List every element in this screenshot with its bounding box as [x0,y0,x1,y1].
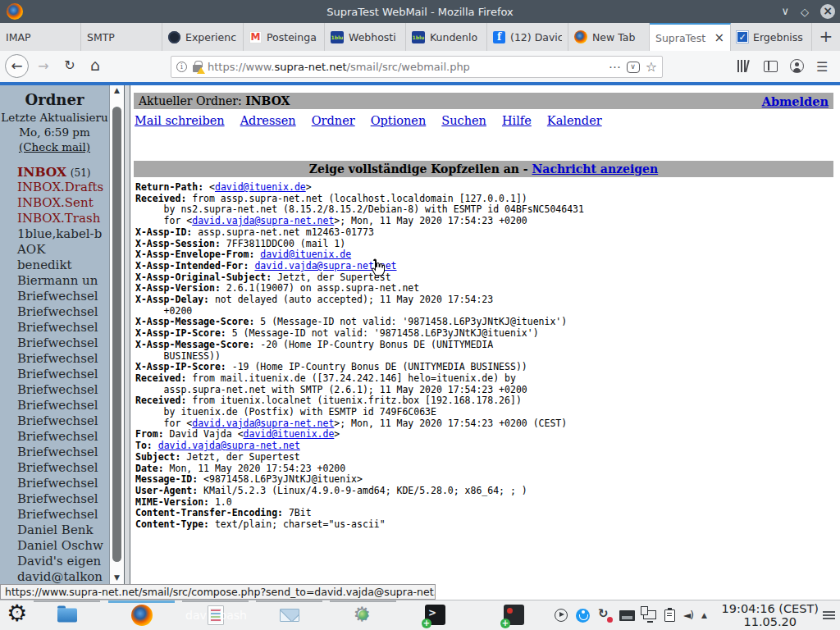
account-icon[interactable] [790,59,804,73]
folder-link[interactable]: Briefwechsel [17,304,98,319]
volume-icon[interactable]: ◄) [683,609,693,621]
folder-link[interactable]: Briefwechsel [17,351,98,366]
folder-link[interactable]: INBOX [17,164,66,180]
folder-link[interactable]: Daniel Oschw [17,538,103,553]
folder-link[interactable]: benedikt [17,258,72,272]
folder-link[interactable]: Briefwechsel [17,429,98,444]
tab-experienc[interactable]: Experienc [162,23,244,51]
folder-link[interactable]: Daniel Benk [17,523,94,537]
folder-link[interactable]: 1blue,kabel-b [17,226,102,241]
nav-link-kalender[interactable]: Kalender [547,114,602,127]
tab-webhosti[interactable]: 1bluWebhosti [325,23,406,51]
folder-link[interactable]: Briefwechsel [17,445,98,459]
folder-link[interactable]: Briefwechsel [17,507,98,522]
task-firefox[interactable] [105,600,178,630]
header-text [153,440,158,451]
reload-button[interactable]: ↻ [61,57,79,73]
updates-icon[interactable] [598,609,611,622]
window-titlebar[interactable]: SupraTest WebMail - Mozilla Firefox ∨ ◇ … [0,0,840,23]
tab-new-tab[interactable]: New Tab [568,23,650,51]
folder-link[interactable]: Briefwechsel [17,476,98,491]
new-tab-button[interactable]: + [812,23,840,51]
sidebar-scrollbar[interactable]: ▲ ▼ [109,85,124,600]
tab-smtp[interactable]: SMTP [81,23,162,51]
task-kmail[interactable] [253,600,326,630]
url-bar[interactable]: i https://www.supra-net.net/smail/src/we… [171,56,663,78]
insecure-lock-warning-icon[interactable] [193,65,202,72]
folder-link[interactable]: Briefwechsel [17,460,98,475]
kate-launcher-icon[interactable]: + [504,605,524,625]
page-actions-icon[interactable]: ⋯ [609,60,621,75]
folder-link[interactable]: Biermann un [17,273,98,288]
folder-link[interactable]: david@talkon [17,569,103,584]
network-icon[interactable] [643,610,656,619]
email-address-link[interactable]: david@ituenix.de [215,181,306,193]
konsole-launcher-icon[interactable]: >+ [425,605,445,625]
folder-link[interactable]: David's eigen [17,554,101,568]
folder-link[interactable]: Briefwechsel [17,413,98,428]
nav-link-hilfe[interactable]: Hilfe [502,114,532,127]
tab--12-davic[interactable]: f(12) Davic [487,23,568,51]
tab-imap[interactable]: IMAP [0,23,81,51]
nav-link-optionen[interactable]: Optionen [371,114,427,127]
bookmark-star-icon[interactable]: ☆ [646,62,657,73]
library-icon[interactable] [737,60,750,73]
page-info-icon[interactable]: i [176,62,187,72]
logout-link[interactable]: Abmelden [762,94,829,108]
task-file-manager[interactable] [30,600,103,630]
folder-link[interactable]: Briefwechsel [17,367,98,381]
minimize-button[interactable]: ∨ [781,0,789,23]
scroll-up-arrow-icon[interactable]: ▲ [110,86,124,94]
email-address-link[interactable]: david.vajda@supra-net.net [158,440,300,451]
maximize-button[interactable]: ◇ [801,6,809,18]
email-address-link[interactable]: david@ituenix.de [244,428,335,440]
folder-link[interactable]: Briefwechsel [17,398,98,413]
header-text: -19 (Home IP-Country Bonus DE (UNITYMEDI… [226,361,527,372]
back-button[interactable]: ← [5,54,29,78]
tab-posteinga[interactable]: MPosteinga [244,23,325,51]
url-text[interactable]: https://www.supra-net.net/smail/src/webm… [208,61,603,73]
home-button[interactable]: ⌂ [85,56,105,74]
nav-link-ordner[interactable]: Ordner [312,114,355,127]
folder-link[interactable]: AOK [17,242,45,257]
pocket-icon[interactable]: ∨ [627,62,640,73]
folder-link[interactable]: Briefwechsel [17,336,98,350]
nav-link-adressen[interactable]: Adressen [240,114,296,127]
folder-link[interactable]: Briefwechsel [17,382,98,397]
display-icon[interactable] [619,610,635,621]
expand-arrow-icon[interactable]: ▲ [701,611,707,619]
email-address-link[interactable]: david@ituenix.de [260,249,351,260]
frameset-divider[interactable] [124,85,130,600]
task-settings[interactable]: ⚙ [326,600,399,630]
tab-supratest[interactable]: SupraTest× [650,23,731,51]
tab-close-icon[interactable]: × [712,30,724,45]
clipboard-icon[interactable] [664,609,675,622]
check-mail-link[interactable]: (Check mail) [0,140,109,153]
digital-clock[interactable]: 19:04:16 (CEST) 11.05.20 [722,602,819,628]
nav-link-mail-schreiben[interactable]: Mail schreiben [135,114,225,127]
forward-button[interactable]: → [34,58,52,74]
email-address-link[interactable]: david.vajda@supra-net.net [192,418,334,429]
close-button[interactable]: × [820,4,835,19]
view-message-link[interactable]: Nachricht anzeigen [532,162,659,176]
folder-link[interactable]: INBOX.Sent [17,195,94,210]
folder-link[interactable]: INBOX.Trash [17,211,100,226]
accessibility-icon[interactable] [576,609,590,623]
email-address-link[interactable]: david.vajda@supra-net.net [192,215,334,226]
tab-ergebniss[interactable]: ✓Ergebniss [731,23,812,51]
hamburger-menu-icon[interactable]: ☰ [816,59,828,75]
folder-link[interactable]: INBOX.Drafts [17,180,103,194]
tab-kundenlo[interactable]: 1bluKundenlo [406,23,487,51]
nav-link-suchen[interactable]: Suchen [441,114,486,127]
folder-link[interactable]: Briefwechsel [17,320,98,335]
scrollbar-thumb[interactable] [112,107,121,562]
panel-settings-icon[interactable] [823,611,835,619]
application-launcher-button[interactable]: ⚙ K [7,604,30,627]
folder-link[interactable]: Briefwechsel [17,289,98,304]
navigation-toolbar: ← → ↻ ⌂ i https://www.supra-net.net/smai… [0,51,840,82]
scroll-down-arrow-icon[interactable]: ▼ [110,573,124,582]
sidebar-toggle-icon[interactable] [764,61,778,72]
media-player-icon[interactable] [555,609,568,622]
task-editor[interactable]: davi bash [179,600,252,630]
folder-link[interactable]: Briefwechsel [17,491,98,506]
